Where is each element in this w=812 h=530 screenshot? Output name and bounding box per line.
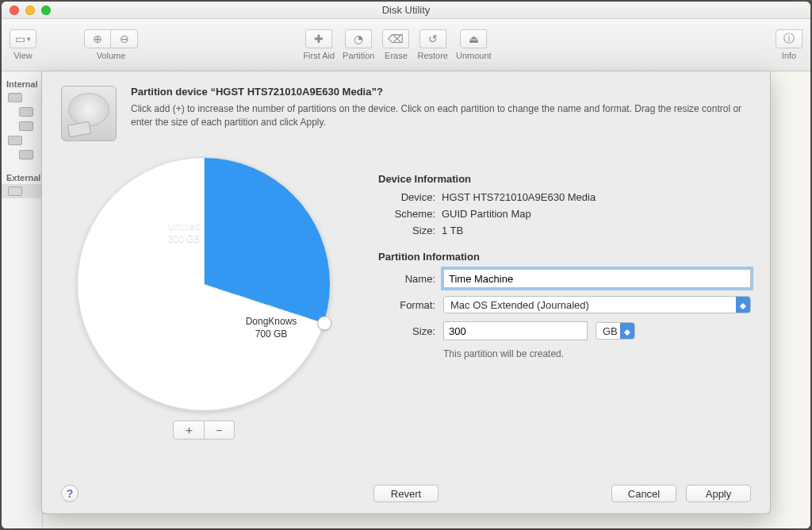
slice-label-large: DongKnows 700 GB	[224, 316, 319, 340]
toolbar-group-firstaid: ✚ First Aid	[303, 29, 335, 60]
disk-utility-window: Disk Utility ▭ ▾ View ⊕ ⊖ Volume ✚ First…	[2, 2, 810, 528]
slice-name: DongKnows	[224, 316, 319, 328]
psize-label: Size:	[378, 325, 435, 337]
partition-size-input[interactable]	[443, 321, 588, 340]
pie-chart-icon	[77, 157, 331, 411]
titlebar: Disk Utility	[2, 2, 810, 19]
partition-info-heading: Partition Information	[378, 251, 751, 263]
erase-button[interactable]: ⌫	[382, 29, 409, 48]
restore-button[interactable]: ↺	[419, 29, 446, 48]
toolbar-label-volume: Volume	[97, 51, 126, 60]
device-value: HGST HTS721010A9E630 Media	[442, 191, 596, 203]
name-label: Name:	[378, 273, 435, 285]
resize-handle[interactable]	[317, 316, 331, 330]
info-button[interactable]: ⓘ	[776, 29, 802, 48]
toolbar-group-volume: ⊕ ⊖ Volume	[84, 29, 138, 60]
erase-icon: ⌫	[388, 33, 404, 45]
info-column: Device Information Device:HGST HTS721010…	[378, 157, 751, 477]
info-icon: ⓘ	[783, 32, 795, 46]
sidebar-icon: ▭	[15, 33, 25, 45]
partition-sheet: Partition device “HGST HTS721010A9E630 M…	[41, 71, 771, 514]
toolbar: ▭ ▾ View ⊕ ⊖ Volume ✚ First Aid ◔ Partit…	[2, 19, 810, 71]
slice-label-small: Untitled 300 GB	[136, 221, 232, 245]
partition-button[interactable]: ◔	[345, 29, 372, 48]
volume-remove-button[interactable]: ⊖	[111, 29, 138, 48]
toolbar-label-unmount: Unmount	[456, 51, 492, 60]
updown-caret-icon	[736, 297, 750, 313]
remove-partition-button[interactable]: －	[204, 421, 234, 439]
sheet-backdrop: Partition device “HGST HTS721010A9E630 M…	[2, 71, 810, 528]
toolbar-label-restore: Restore	[417, 51, 448, 60]
revert-button[interactable]: Revert	[373, 485, 439, 502]
add-partition-button[interactable]: ＋	[174, 421, 204, 439]
size-unit-select[interactable]: GB	[596, 322, 635, 340]
toolbar-label-firstaid: First Aid	[303, 51, 335, 60]
toolbar-label-erase: Erase	[385, 51, 408, 60]
slice-name: Untitled	[136, 221, 232, 233]
view-button[interactable]: ▭ ▾	[10, 29, 36, 48]
size-unit-value: GB	[603, 325, 618, 337]
partition-name-input[interactable]	[443, 269, 751, 288]
pie-chart-icon: ◔	[354, 33, 363, 45]
scheme-value: GUID Partition Map	[442, 208, 531, 220]
partition-pie[interactable]: Untitled 300 GB DongKnows 700 GB	[77, 157, 331, 411]
first-aid-button[interactable]: ✚	[305, 29, 332, 48]
hard-drive-icon	[61, 86, 117, 141]
sheet-title: Partition device “HGST HTS721010A9E630 M…	[131, 86, 751, 98]
scheme-label: Scheme:	[378, 208, 435, 220]
add-remove-segment: ＋ －	[173, 421, 235, 440]
unmount-button[interactable]: ⏏	[460, 29, 487, 48]
toolbar-group-view: ▭ ▾ View	[10, 29, 36, 60]
toolbar-group-restore: ↺ Restore	[417, 29, 448, 60]
device-label: Device:	[378, 191, 435, 203]
toolbar-label-view: View	[13, 51, 33, 60]
sheet-footer: ? Revert Cancel Apply	[61, 477, 751, 502]
volume-add-button[interactable]: ⊕	[84, 29, 111, 48]
content-area: Internal External Partition device “HGST…	[2, 71, 810, 528]
updown-caret-icon	[620, 323, 634, 339]
toolbar-group-info: ⓘ Info	[776, 29, 802, 60]
sheet-body: Untitled 300 GB DongKnows 700 GB ＋ －	[61, 157, 751, 477]
eject-icon: ⏏	[469, 33, 479, 45]
sheet-description: Click add (+) to increase the number of …	[131, 102, 751, 129]
format-select[interactable]: Mac OS Extended (Journaled)	[443, 296, 751, 313]
toolbar-label-partition: Partition	[343, 51, 374, 60]
partition-hint: This partition will be created.	[443, 348, 751, 359]
size-value: 1 TB	[442, 225, 463, 236]
stethoscope-icon: ✚	[314, 33, 324, 45]
sheet-header: Partition device “HGST HTS721010A9E630 M…	[61, 86, 751, 141]
slice-size: 700 GB	[224, 328, 319, 341]
slice-size: 300 GB	[136, 233, 232, 246]
volume-add-icon: ⊕	[93, 33, 102, 45]
toolbar-group-erase: ⌫ Erase	[382, 29, 409, 60]
size-label: Size:	[378, 225, 435, 236]
toolbar-group-unmount: ⏏ Unmount	[456, 29, 492, 60]
toolbar-group-partition: ◔ Partition	[343, 29, 374, 60]
format-value: Mac OS Extended (Journaled)	[450, 299, 589, 311]
volume-remove-icon: ⊖	[120, 33, 129, 45]
chevron-down-icon: ▾	[27, 35, 31, 43]
toolbar-label-info: Info	[782, 51, 796, 60]
partition-pie-column: Untitled 300 GB DongKnows 700 GB ＋ －	[61, 157, 347, 477]
format-label: Format:	[378, 299, 435, 311]
device-info-heading: Device Information	[378, 173, 751, 185]
restore-icon: ↺	[428, 33, 438, 45]
window-title: Disk Utility	[2, 4, 810, 16]
